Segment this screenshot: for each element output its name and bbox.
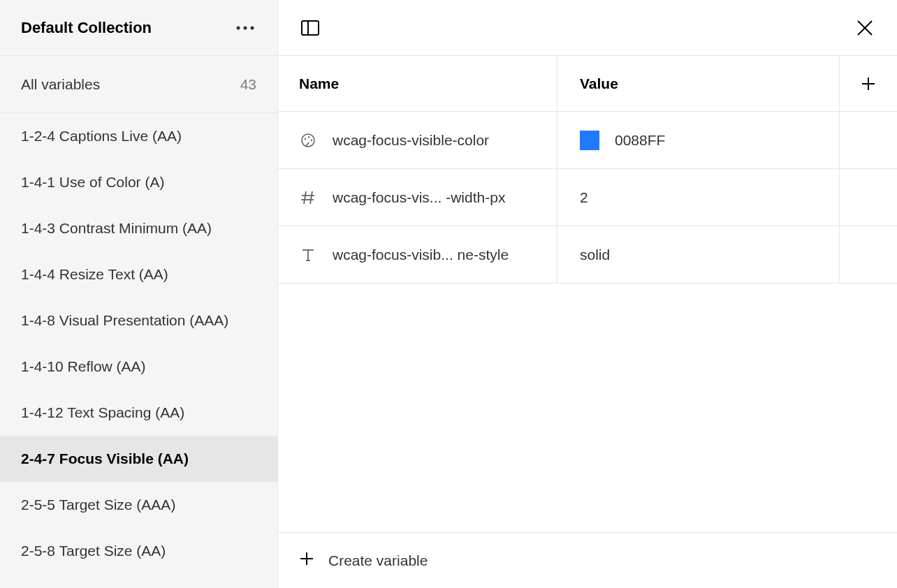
svg-point-12 (311, 139, 313, 141)
svg-rect-3 (302, 21, 319, 35)
sidebar-header: Default Collection (0, 0, 277, 56)
variable-row: wcag-focus-visible-color0088FF (278, 112, 897, 169)
variable-value-cell[interactable]: 0088FF (557, 112, 840, 168)
sidebar-group-label: 1-4-4 Resize Text (AA) (21, 266, 168, 283)
sidebar-group-item[interactable]: 2-5-5 Target Size (AAA) (0, 482, 277, 528)
color-swatch (580, 131, 599, 150)
sidebar-group-label: 1-4-12 Text Spacing (AA) (21, 404, 184, 421)
svg-point-10 (305, 138, 307, 140)
create-variable-button[interactable]: Create variable (278, 532, 897, 588)
svg-point-11 (308, 136, 310, 138)
sidebar-group-label: 2-4-7 Focus Visible (AA) (21, 450, 189, 467)
svg-point-1 (244, 26, 247, 29)
sidebar-group-label: 2-5-5 Target Size (AAA) (21, 497, 175, 513)
variable-name-cell[interactable]: wcag-focus-visib... ne-style (278, 226, 557, 283)
more-icon[interactable] (234, 17, 256, 39)
group-list: 1-2-4 Captions Live (AA)1-4-1 Use of Col… (0, 113, 277, 588)
sidebar-group-label: 1-4-3 Contrast Minimum (AA) (21, 220, 212, 237)
svg-line-13 (304, 191, 306, 204)
add-column-button[interactable] (840, 56, 897, 111)
variable-actions-cell (840, 169, 897, 226)
variable-name-cell[interactable]: wcag-focus-visible-color (278, 112, 557, 168)
variable-value-text: solid (580, 247, 610, 263)
variable-name-text: wcag-focus-vis... -width-px (333, 189, 505, 206)
sidebar-group-item[interactable]: 1-4-8 Visual Presentation (AAA) (0, 297, 277, 344)
all-variables-label: All variables (21, 76, 100, 93)
variable-actions-cell (840, 226, 897, 283)
variable-value-cell[interactable]: 2 (557, 169, 840, 226)
svg-point-2 (251, 26, 254, 29)
all-variables-count: 43 (240, 76, 256, 93)
main-panel: Name Value wcag-focus-visible-color0088F… (278, 0, 897, 588)
sidebar-group-label: 2-5-8 Target Size (AA) (21, 543, 166, 559)
sidebar-group-label: 1-4-10 Reflow (AA) (21, 358, 146, 375)
svg-point-0 (237, 26, 240, 29)
sidebar: Default Collection All variables 43 1-2-… (0, 0, 278, 588)
sidebar-group-item[interactable]: 1-4-3 Contrast Minimum (AA) (0, 205, 277, 251)
sidebar-group-label: 1-4-8 Visual Presentation (AAA) (21, 312, 228, 329)
variable-value-text: 2 (580, 189, 588, 206)
variable-actions-cell (840, 112, 897, 168)
string-type-icon (299, 246, 317, 264)
variable-name-text: wcag-focus-visib... ne-style (333, 247, 509, 263)
sidebar-group-item[interactable]: 1-4-4 Resize Text (AA) (0, 251, 277, 297)
sidebar-group-item[interactable]: 1-2-4 Captions Live (AA) (0, 113, 277, 159)
sidebar-group-item[interactable]: 2-4-7 Focus Visible (AA) (0, 436, 277, 482)
sidebar-group-item[interactable]: 1-4-1 Use of Color (A) (0, 159, 277, 205)
main-header (278, 0, 897, 56)
collection-title[interactable]: Default Collection (21, 19, 152, 37)
sidebar-group-label: 1-2-4 Captions Live (AA) (21, 128, 182, 145)
column-header-value: Value (557, 56, 840, 111)
variable-name-text: wcag-focus-visible-color (333, 132, 489, 149)
number-type-icon (299, 189, 317, 207)
sidebar-group-item[interactable]: 2-5-8 Target Size (AA) (0, 528, 277, 574)
all-variables-row[interactable]: All variables 43 (0, 56, 277, 113)
column-header-row: Name Value (278, 56, 897, 112)
sidebar-group-item[interactable]: 1-4-10 Reflow (AA) (0, 344, 277, 390)
plus-icon (299, 551, 314, 570)
variable-value-text: 0088FF (615, 132, 665, 149)
sidebar-group-item[interactable]: 1-4-12 Text Spacing (AA) (0, 390, 277, 436)
svg-line-14 (310, 191, 312, 204)
column-header-name: Name (278, 56, 557, 111)
variable-name-cell[interactable]: wcag-focus-vis... -width-px (278, 169, 557, 226)
close-icon[interactable] (854, 17, 876, 39)
variable-row: wcag-focus-visib... ne-stylesolid (278, 226, 897, 284)
variable-rows: wcag-focus-visible-color0088FFwcag-focus… (278, 112, 897, 284)
create-variable-label: Create variable (328, 552, 428, 569)
sidebar-group-label: 1-4-1 Use of Color (A) (21, 174, 164, 191)
panel-toggle-icon[interactable] (299, 17, 321, 39)
color-type-icon (299, 131, 317, 149)
variable-row: wcag-focus-vis... -width-px2 (278, 169, 897, 226)
variable-value-cell[interactable]: solid (557, 226, 840, 283)
